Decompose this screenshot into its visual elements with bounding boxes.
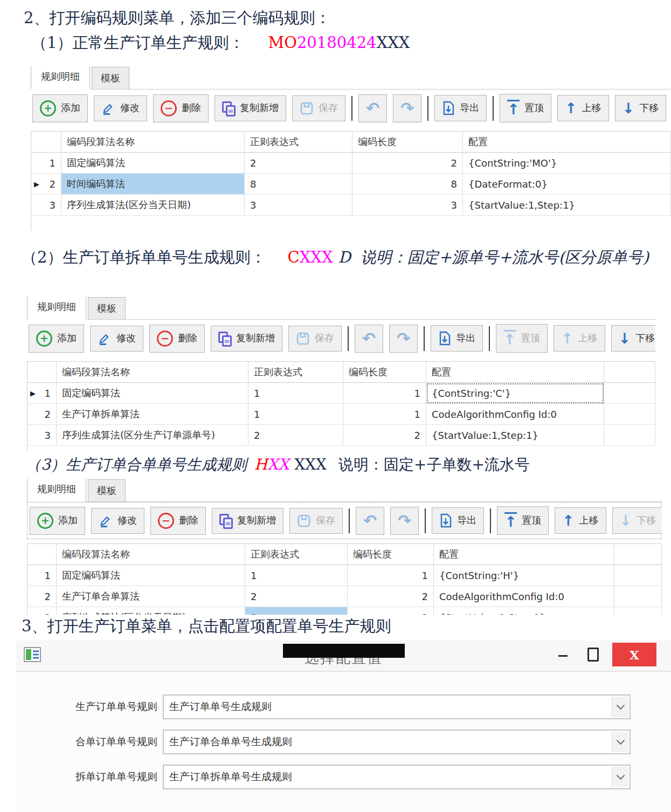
undo-button[interactable]: ↶ — [358, 94, 387, 122]
delete-button[interactable]: −删除 — [153, 94, 209, 122]
cell-regex[interactable]: 2 — [248, 425, 343, 446]
merge-rule-select[interactable]: 生产订单合单单号生成规则 — [163, 730, 631, 754]
delete-button[interactable]: −删除 — [150, 507, 206, 535]
cell-regex[interactable]: 3 — [245, 195, 352, 216]
pin-top-button-label: 置顶 — [524, 102, 544, 114]
cell-regex[interactable]: 1 — [248, 404, 343, 425]
cell-config[interactable]: {StartValue:1,Step:1} — [434, 607, 614, 615]
cell-regex[interactable]: 2 — [245, 153, 352, 174]
close-button[interactable]: X — [612, 643, 656, 666]
cell-algorithm-name[interactable]: 序列生成算法(区分生产订单源单号) — [57, 425, 248, 446]
row-number[interactable]: ▶2 — [31, 174, 61, 195]
column-header-config: 配置 — [434, 544, 614, 565]
undo-button[interactable]: ↶ — [356, 507, 384, 535]
plus-circle-icon: + — [36, 331, 52, 347]
row-number[interactable]: 1 — [31, 153, 61, 174]
copy-new-button[interactable]: 复制新增 — [212, 508, 283, 534]
cell-config[interactable]: {StartValue:1,Step:1} — [426, 425, 604, 446]
move-up-button[interactable]: ↑上移 — [554, 325, 605, 352]
add-button[interactable]: +添加 — [29, 325, 84, 353]
tab-rule-detail[interactable]: 规则明细 — [27, 297, 86, 320]
order-rule-select[interactable]: 生产订单单号生成规则 — [163, 694, 631, 719]
cell-length[interactable]: 8 — [352, 174, 463, 195]
cell-length[interactable]: 1 — [348, 565, 434, 586]
delete-button[interactable]: −删除 — [149, 325, 205, 353]
copy-new-button[interactable]: 复制新增 — [211, 326, 282, 352]
cell-config[interactable]: {ContString:'C'} — [426, 383, 604, 404]
cell-config[interactable]: CodeAlgorithmConfig Id:0 — [426, 404, 604, 425]
cell-algorithm-name[interactable]: 序列生成算法(区分当天日期) — [61, 195, 245, 216]
cell-algorithm-name[interactable]: 固定编码算法 — [57, 565, 245, 586]
copy-icon — [218, 332, 231, 346]
cell-length[interactable]: 1 — [343, 383, 426, 404]
edit-button[interactable]: 修改 — [94, 95, 147, 121]
cell-algorithm-name[interactable]: 序列生成算法(区分当天日期) — [57, 607, 245, 615]
cell-regex[interactable]: 2 — [245, 586, 348, 607]
tab-template[interactable]: 模板 — [92, 67, 129, 89]
export-button[interactable]: 导出 — [432, 507, 484, 534]
export-button[interactable]: 导出 — [434, 95, 487, 121]
redo-button[interactable]: ↷ — [389, 325, 418, 353]
tab-rule-detail[interactable]: 规则明细 — [31, 66, 90, 90]
tab-rule-detail[interactable]: 规则明细 — [27, 479, 86, 502]
row-number[interactable]: 3 — [27, 425, 57, 446]
cell-length[interactable]: 3 — [348, 607, 434, 615]
move-up-button[interactable]: ↑上移 — [557, 95, 609, 121]
cell-config[interactable]: CodeAlgorithmConfig Id:0 — [434, 586, 614, 607]
arrow-up-bar-icon: ↑ — [503, 330, 516, 347]
cell-regex[interactable]: 1 — [248, 383, 343, 404]
dropdown-arrow-icon[interactable] — [612, 767, 628, 787]
cell-config[interactable]: {StartValue:1,Step:1} — [463, 195, 671, 216]
cell-algorithm-name[interactable]: 固定编码算法 — [61, 153, 245, 174]
move-up-button[interactable]: ↑上移 — [555, 507, 606, 534]
row-number[interactable]: ▶1 — [27, 383, 57, 404]
cell-algorithm-name[interactable]: 时间编码算法 — [61, 174, 245, 195]
cell-regex[interactable]: 1 — [245, 565, 348, 586]
copy-new-button[interactable]: 复制新增 — [215, 95, 286, 121]
split-rule-select[interactable]: 生产订单拆单单号生成规则 — [163, 765, 631, 789]
move-down-button[interactable]: ↓下移 — [611, 325, 655, 352]
export-button[interactable]: 导出 — [431, 325, 483, 352]
row-number[interactable]: ▶3 — [27, 607, 57, 615]
move-down-button[interactable]: ↓下移 — [615, 95, 667, 121]
edit-button[interactable]: 修改 — [90, 326, 143, 352]
pin-top-button[interactable]: ↑置顶 — [497, 506, 549, 535]
add-button[interactable]: +添加 — [32, 94, 88, 122]
undo-button[interactable]: ↶ — [355, 325, 383, 353]
cell-length[interactable]: 2 — [348, 586, 434, 607]
add-button[interactable]: +添加 — [30, 507, 85, 535]
cell-regex[interactable]: 8 — [245, 174, 352, 195]
cell-config[interactable]: {DateFormat:0} — [463, 174, 671, 195]
row-number[interactable]: 1 — [27, 565, 57, 586]
cell-algorithm-name[interactable]: 固定编码算法 — [57, 383, 248, 404]
row-number[interactable]: 2 — [27, 586, 57, 607]
maximize-button[interactable] — [582, 644, 604, 665]
cell-algorithm-name[interactable]: 生产订单合单算法 — [57, 586, 245, 607]
redo-button[interactable]: ↷ — [390, 507, 419, 535]
cell-length[interactable]: 1 — [343, 404, 426, 425]
cell-algorithm-name[interactable]: 生产订单拆单算法 — [57, 404, 248, 425]
edit-button[interactable]: 修改 — [91, 508, 144, 534]
minimize-button[interactable] — [552, 644, 573, 665]
save-button[interactable]: 保存 — [289, 508, 343, 534]
tab-template[interactable]: 模板 — [88, 479, 126, 501]
cell-config[interactable]: {ContString:'H'} — [434, 565, 614, 586]
save-button[interactable]: 保存 — [288, 326, 342, 352]
redo-button[interactable]: ↷ — [393, 94, 421, 122]
pin-top-button[interactable]: ↑置顶 — [496, 324, 548, 353]
dropdown-arrow-icon[interactable] — [612, 697, 628, 717]
row-number[interactable]: 3 — [31, 195, 61, 216]
save-button[interactable]: 保存 — [292, 95, 345, 121]
rule-3-code-suffix: XXX — [294, 456, 327, 473]
cell-length[interactable]: 3 — [352, 195, 463, 216]
move-down-button[interactable]: ↓下移 — [612, 507, 662, 534]
toolbar-separator — [351, 96, 352, 121]
row-number[interactable]: 2 — [27, 404, 57, 425]
cell-length[interactable]: 2 — [352, 153, 463, 174]
pin-top-button[interactable]: ↑置顶 — [500, 94, 551, 122]
cell-regex[interactable]: 3 — [245, 607, 348, 615]
cell-length[interactable]: 2 — [343, 425, 426, 446]
dropdown-arrow-icon[interactable] — [612, 732, 628, 752]
tab-template[interactable]: 模板 — [88, 297, 126, 319]
cell-config[interactable]: {ContString:'MO'} — [463, 153, 671, 174]
